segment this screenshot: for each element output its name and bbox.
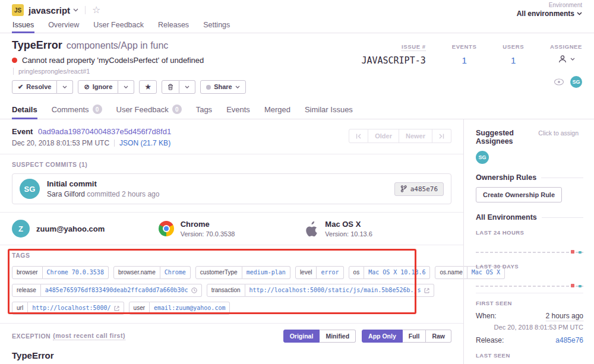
os-version: Version: 10.13.6 bbox=[325, 230, 372, 238]
resolve-dropdown-button[interactable] bbox=[57, 80, 73, 94]
bookmark-star-icon[interactable]: ☆ bbox=[92, 5, 100, 15]
issue-annotation-link[interactable]: pringlesprongles/react#1 bbox=[13, 68, 582, 75]
external-link-icon bbox=[424, 288, 429, 293]
tab-merged[interactable]: Merged bbox=[264, 101, 290, 119]
assignee-label: ASSIGNEE bbox=[550, 43, 582, 50]
event-toolbar: Event 0ad9ada198704004837e5d456f7d8fd1 D… bbox=[0, 119, 463, 154]
ownership-rules-title: Ownership Rules bbox=[476, 173, 536, 182]
issue-short-id: JAVASCRIPT-3 bbox=[361, 55, 425, 66]
nav-item-overview[interactable]: Overview bbox=[48, 18, 80, 33]
chrome-icon bbox=[159, 221, 174, 236]
issue-details-content: Event 0ad9ada198704004837e5d456f7d8fd1 D… bbox=[0, 119, 463, 364]
subscribe-eye-icon[interactable] bbox=[554, 78, 564, 86]
issue-stats: ISSUE # JAVASCRIPT-3 EVENTS 1 USERS 1 AS… bbox=[361, 40, 582, 66]
issue-header: TypeErrorcomponents/App in func Cannot r… bbox=[0, 33, 594, 101]
tag-transaction: transactionhttp://localhost:5000/static/… bbox=[207, 284, 434, 297]
newest-event-button[interactable] bbox=[432, 129, 451, 143]
tab-comments[interactable]: Comments0 bbox=[52, 101, 102, 119]
apple-icon bbox=[305, 221, 318, 237]
event-json-link[interactable]: JSON (21.7 KB) bbox=[119, 139, 170, 147]
participant-avatar[interactable]: SG bbox=[570, 76, 582, 88]
event-context-summary: Z zuum@yahoo.com Chrome Version: 70.0.35… bbox=[0, 213, 463, 245]
raw-toggle[interactable]: Raw bbox=[426, 330, 451, 343]
create-ownership-rule-button[interactable]: Create Ownership Rule bbox=[476, 187, 562, 202]
project-nav: Issues Overview User Feedback Releases S… bbox=[12, 18, 582, 33]
issue-message: Cannot read property 'myCodeIsPerfect' o… bbox=[22, 56, 204, 65]
newer-event-button[interactable]: Newer bbox=[399, 129, 432, 143]
tag-value-link[interactable]: http://localhost:5000/ bbox=[28, 302, 124, 315]
tag-user: useremail:zuum@yahoo.com bbox=[129, 302, 230, 315]
environment-selector[interactable]: All environments bbox=[517, 10, 582, 18]
ignore-dropdown-button[interactable] bbox=[118, 80, 134, 94]
user-icon bbox=[558, 54, 567, 64]
external-link-icon bbox=[114, 306, 119, 311]
star-icon: ★ bbox=[145, 84, 151, 90]
ignore-button[interactable]: ⊘ Ignore bbox=[78, 80, 118, 94]
users-count[interactable]: 1 bbox=[503, 55, 524, 65]
resolve-button[interactable]: ✔ Resolve bbox=[12, 80, 57, 94]
tag-release: releasea485e765976df833490deab2ffca0dd7a… bbox=[12, 284, 202, 297]
older-event-button[interactable]: Older bbox=[368, 129, 399, 143]
exception-type: TypeError bbox=[12, 350, 451, 360]
feedback-count-badge: 0 bbox=[172, 105, 182, 114]
tab-user-feedback[interactable]: User Feedback0 bbox=[116, 101, 182, 119]
minified-toggle[interactable]: Minified bbox=[320, 330, 356, 343]
trash-icon bbox=[168, 84, 173, 90]
nav-item-settings[interactable]: Settings bbox=[203, 18, 230, 33]
all-environments-title: All Environments bbox=[476, 213, 537, 221]
exception-heading-note: (most recent call first) bbox=[53, 332, 125, 340]
user-avatar: Z bbox=[12, 220, 30, 238]
source-toggle-group: Original Minified bbox=[283, 330, 356, 343]
first-seen-date: Dec 20, 2018 8:01:53 PM UTC bbox=[476, 324, 583, 331]
share-button[interactable]: Share bbox=[200, 80, 246, 94]
project-selector[interactable]: javascript bbox=[29, 5, 70, 15]
event-pagination: Older Newer bbox=[349, 129, 451, 143]
tag-value-link[interactable]: error bbox=[317, 266, 343, 279]
suggested-assignee-avatar[interactable]: SG bbox=[476, 151, 489, 164]
divider bbox=[476, 293, 583, 293]
tab-details[interactable]: Details bbox=[12, 101, 37, 119]
issue-type-title: TypeError bbox=[12, 39, 62, 51]
event-id-link[interactable]: 0ad9ada198704004837e5d456f7d8fd1 bbox=[38, 127, 171, 136]
star-button[interactable]: ★ bbox=[139, 80, 157, 94]
full-toggle[interactable]: Full bbox=[403, 330, 426, 343]
nav-item-issues[interactable]: Issues bbox=[12, 18, 34, 33]
tab-events[interactable]: Events bbox=[226, 101, 250, 119]
tag-value-link[interactable]: http://localhost:5000/static/js/main.5b8… bbox=[245, 284, 434, 297]
tags-section: TAGS browserChrome 70.0.3538 browser.nam… bbox=[0, 245, 463, 324]
nav-item-user-feedback[interactable]: User Feedback bbox=[93, 18, 144, 33]
commit-title: Initial commit bbox=[47, 179, 159, 188]
commit-sha-button[interactable]: a485e76 bbox=[394, 182, 444, 196]
click-to-assign-hint: Click to assign bbox=[538, 129, 579, 137]
chevron-down-icon[interactable] bbox=[73, 8, 78, 12]
release-label: Release: bbox=[476, 336, 504, 344]
commit-card: SG Initial commit Sara Gilford committed… bbox=[12, 173, 451, 204]
tab-similar-issues[interactable]: Similar Issues bbox=[305, 101, 353, 119]
tab-tags[interactable]: Tags bbox=[196, 101, 212, 119]
commit-author: Sara Gilford bbox=[47, 190, 85, 198]
mute-icon: ⊘ bbox=[84, 84, 89, 90]
commit-meta: committed 2 hours ago bbox=[85, 190, 159, 198]
original-toggle[interactable]: Original bbox=[283, 330, 320, 343]
oldest-event-button[interactable] bbox=[349, 129, 368, 143]
tag-value-link[interactable]: Chrome bbox=[160, 266, 191, 279]
nav-item-releases[interactable]: Releases bbox=[157, 18, 189, 33]
tag-value-link[interactable]: Chrome 70.0.3538 bbox=[43, 266, 109, 279]
tags-heading: TAGS bbox=[12, 252, 451, 259]
assignee-dropdown[interactable] bbox=[550, 54, 582, 64]
delete-button[interactable] bbox=[162, 80, 179, 94]
tag-value-link[interactable]: email:zuum@yahoo.com bbox=[150, 302, 230, 315]
events-count[interactable]: 1 bbox=[452, 55, 477, 65]
tag-value-link[interactable]: a485e765976df833490deab2ffca0dd7a660b30c bbox=[41, 284, 202, 297]
tag-value-link[interactable]: Mac OS X 10.13.6 bbox=[364, 266, 430, 279]
delete-dropdown-button[interactable] bbox=[179, 80, 195, 94]
first-seen-release-link[interactable]: a485e76 bbox=[555, 336, 583, 344]
tag-customer-type: customerTypemedium-plan bbox=[195, 266, 290, 279]
last-24-hours-label: LAST 24 HOURS bbox=[476, 229, 583, 236]
context-os: Mac OS X Version: 10.13.6 bbox=[305, 220, 451, 238]
tag-value-link[interactable]: medium-plan bbox=[242, 266, 290, 279]
app-only-toggle[interactable]: App Only bbox=[362, 330, 403, 343]
issue-actions: ✔ Resolve ⊘ Ignore ★ Share bbox=[12, 80, 582, 101]
events-sparkline-24h bbox=[476, 236, 583, 255]
app-header: JS javascript ☆ Environment All environm… bbox=[0, 0, 594, 33]
